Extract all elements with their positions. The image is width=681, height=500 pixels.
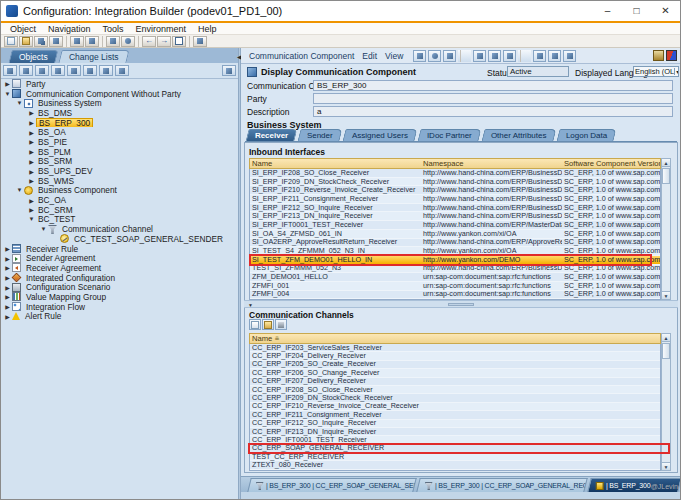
close-panel-icon[interactable]	[222, 65, 236, 76]
menu-item[interactable]: View	[381, 51, 407, 61]
inbound-scrollbar[interactable]: ▲ ▼	[661, 158, 671, 300]
open-folder-icon[interactable]	[35, 65, 49, 76]
tree-item[interactable]: CC_TEST_SOAP_GENERAL_SENDER	[1, 234, 238, 244]
tree-item[interactable]: Business Component	[1, 186, 238, 196]
expander-icon[interactable]	[27, 148, 36, 155]
session-tab[interactable]: | BS_ERP_300 | CC_ERP_SOAP_GENERAL_SENDE…	[247, 478, 416, 492]
scroll-up-icon[interactable]: ▲	[662, 159, 670, 167]
expander-icon[interactable]	[3, 255, 12, 262]
expander-icon[interactable]	[3, 245, 12, 252]
user-list-icon[interactable]	[503, 50, 516, 62]
menu-item[interactable]: Communication Component	[245, 51, 358, 61]
separator[interactable]	[458, 50, 471, 62]
expander-icon[interactable]	[27, 158, 36, 165]
navigation-tab[interactable]: Objects	[8, 50, 58, 63]
tab[interactable]: Logon Data	[556, 129, 616, 141]
menu-item[interactable]: Tools	[97, 24, 130, 34]
expander-icon[interactable]	[27, 168, 36, 175]
field-value[interactable]	[313, 93, 673, 104]
splitter-arrow-icon[interactable]: ▼	[248, 302, 253, 308]
column-header-namespace[interactable]: Namespace	[421, 159, 562, 168]
scroll-down-icon[interactable]: ▼	[662, 291, 670, 299]
inbound-row[interactable]: SI_ERP_IF209_DN_StockCheck_Receiver http…	[250, 178, 660, 187]
tree-item[interactable]: BS_UPS_DEV	[1, 166, 238, 176]
inbound-row[interactable]: ZFMFI_004 urn:sap-com:document:sap:rfc:f…	[250, 291, 660, 300]
inbound-row[interactable]: SI_ERP_IF213_DN_Inquire_Receiver http://…	[250, 212, 660, 221]
change-list-icon[interactable]	[85, 36, 99, 47]
personalize-icon[interactable]	[666, 50, 677, 61]
tree-item[interactable]: BS_OA	[1, 127, 238, 137]
inbound-row[interactable]: SI_TEST_S4_ZFMMM_052_N3_IN http://www.ya…	[250, 247, 660, 256]
expand-all-icon[interactable]	[51, 65, 65, 76]
switch-display-edit-icon[interactable]	[413, 50, 426, 62]
menu-item[interactable]: Help	[192, 24, 223, 34]
tree-item[interactable]: BS_PIE	[1, 137, 238, 147]
object-history-icon[interactable]	[49, 36, 63, 47]
channel-row[interactable]: ZTEXT_080_Receiver	[250, 461, 660, 469]
inbound-row[interactable]: TEST_SI_ZFMMM_052_N3 http://www.hand-chi…	[250, 265, 660, 274]
inbound-row[interactable]: SI_OA_S4_ZFMSD_061_IN http://www.yankon.…	[250, 230, 660, 239]
menu-item[interactable]: Edit	[358, 51, 381, 61]
expander-icon[interactable]	[3, 80, 12, 87]
expander-icon[interactable]	[3, 293, 12, 300]
table-splitter[interactable]: ▼	[244, 300, 678, 308]
expander-icon[interactable]	[3, 91, 12, 97]
tree-item[interactable]: Alert Rule	[1, 312, 238, 322]
menu-item[interactable]: Navigation	[42, 24, 97, 34]
collapse-all-icon[interactable]	[67, 65, 81, 76]
expander-icon[interactable]	[3, 274, 12, 281]
tab[interactable]: Sender	[298, 129, 343, 141]
inbound-row[interactable]: SI_ERP_IF210_Reverse_Invoice_Create_Rece…	[250, 186, 660, 195]
export-icon[interactable]	[548, 50, 561, 62]
open-object-icon[interactable]	[19, 36, 33, 47]
expander-icon[interactable]	[15, 187, 24, 193]
tree-item[interactable]: BS_WMS	[1, 176, 238, 186]
tree-item[interactable]: Communication Component Without Party	[1, 89, 238, 99]
back-icon[interactable]	[142, 36, 156, 47]
delete-icon[interactable]	[275, 319, 287, 330]
where-used-icon[interactable]	[488, 50, 501, 62]
refresh-icon[interactable]	[121, 36, 135, 47]
navigation-tab[interactable]: Change Lists	[58, 50, 129, 63]
tree-item[interactable]: Receiver Rule	[1, 244, 238, 254]
tab[interactable]: Other Attributes	[482, 129, 557, 141]
maximize-button[interactable]: □	[622, 1, 651, 21]
info-icon[interactable]	[473, 50, 486, 62]
inbound-row[interactable]: SI_ERP_IF211_Consignment_Receiver http:/…	[250, 195, 660, 204]
minimize-button[interactable]: –	[593, 1, 622, 21]
splitter-grip[interactable]	[448, 303, 474, 306]
separator[interactable]	[136, 36, 141, 47]
scroll-up-icon[interactable]: ▲	[662, 334, 670, 342]
tab[interactable]: Assigned Users	[343, 129, 418, 141]
scroll-down-icon[interactable]: ▼	[662, 462, 670, 470]
inbound-row[interactable]: SI_OA2ERP_ApproveResultReturn_Receiver h…	[250, 239, 660, 248]
inbound-row[interactable]: ZFMFI_001 urn:sap-com:document:sap:rfc:f…	[250, 282, 660, 291]
copy-object-icon[interactable]	[34, 36, 48, 47]
tree-item[interactable]: Configuration Scenario	[1, 282, 238, 292]
inbound-row[interactable]: SI_ERP_IFT0001_TEST_Receiver http://www.…	[250, 221, 660, 230]
expander-icon[interactable]	[3, 264, 12, 271]
session-tab[interactable]: | BS_ERP_300 | CC_ERP_SOAP_GENERAL_RECEI…	[416, 478, 587, 492]
tree-item[interactable]: Value Mapping Group	[1, 292, 238, 302]
copy-icon[interactable]	[443, 50, 456, 62]
column-header-name[interactable]: Name≞	[250, 334, 660, 343]
expander-icon[interactable]	[27, 138, 36, 145]
expander-icon[interactable]	[3, 303, 12, 310]
expander-icon[interactable]	[27, 206, 36, 213]
field-value[interactable]: a	[313, 106, 673, 117]
tree-item[interactable]: Integration Flow	[1, 302, 238, 312]
menu-item[interactable]: Environment	[130, 24, 193, 34]
scroll-thumb[interactable]	[662, 168, 670, 184]
forward-icon[interactable]	[157, 36, 171, 47]
tree-item[interactable]: BC_TEST	[1, 215, 238, 225]
tree-item[interactable]: BS_SRM	[1, 157, 238, 167]
transport-icon[interactable]	[106, 36, 120, 47]
tree-item[interactable]: Party	[1, 79, 238, 89]
user-authorization-icon[interactable]	[193, 36, 207, 47]
separator[interactable]	[518, 50, 531, 62]
tree-item[interactable]: BC_OA	[1, 195, 238, 205]
tree-item[interactable]: Business System	[1, 98, 238, 108]
filter-icon[interactable]	[83, 65, 97, 76]
inbound-row[interactable]: SI_ERP_IF212_SO_Inquire_Receiver http://…	[250, 204, 660, 213]
inbound-row[interactable]: SI_TEST_ZFM_DEMO01_HELLO_IN http://www.y…	[250, 256, 660, 265]
